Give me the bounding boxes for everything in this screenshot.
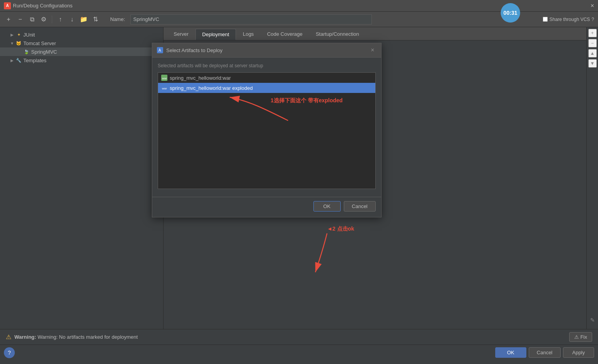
- sidebar-item-label-templates: Templates: [23, 58, 46, 63]
- artifact-item-war[interactable]: war spring_mvc_helloworld:war: [158, 73, 375, 83]
- tab-deployment[interactable]: Deployment: [195, 29, 236, 40]
- sort-button[interactable]: ⇅: [91, 15, 100, 24]
- select-artifacts-dialog: A Select Artifacts to Deploy × Selected …: [152, 43, 382, 217]
- dialog-title-bar: A Select Artifacts to Deploy ×: [152, 43, 381, 58]
- toolbar-divider-1: [52, 16, 52, 23]
- scroll-down-button[interactable]: ▼: [588, 59, 597, 68]
- sidebar-item-label-junit: JUnit: [23, 32, 35, 38]
- artifact-item-war-label: spring_mvc_helloworld:war: [170, 75, 231, 81]
- action-bar: ? OK Cancel Apply: [0, 345, 598, 360]
- name-label: Name:: [110, 16, 125, 22]
- settings-config-button[interactable]: ⚙: [39, 15, 48, 24]
- templates-icon: 🔧: [16, 57, 22, 63]
- sidebar: ▶ ✦ JUnit ▼ 🐱 Tomcat Server 🍃 SpringMVC …: [0, 27, 164, 329]
- warning-icon: ⚠: [6, 333, 11, 341]
- right-add-button[interactable]: +: [588, 29, 597, 37]
- copy-config-button[interactable]: ⧉: [27, 15, 37, 24]
- fix-icon: ⚠: [574, 334, 579, 340]
- apply-button[interactable]: Apply: [563, 347, 594, 358]
- dialog-title: Select Artifacts to Deploy: [166, 47, 366, 53]
- artifact-list: war spring_mvc_helloworld:war war spring…: [158, 72, 376, 189]
- tomcat-icon: 🐱: [16, 40, 22, 46]
- right-panel: + − ▲ ▼ ✎: [586, 27, 598, 329]
- warning-text: Warning: Warning: No artifacts marked fo…: [14, 334, 138, 340]
- help-button[interactable]: ?: [4, 347, 15, 358]
- tab-code-coverage[interactable]: Code Coverage: [261, 29, 309, 40]
- remove-config-button[interactable]: −: [16, 15, 25, 24]
- templates-expand-arrow: ▶: [9, 58, 15, 63]
- window-close-button[interactable]: ×: [591, 2, 594, 9]
- ok-button[interactable]: OK: [495, 347, 526, 358]
- sidebar-item-templates[interactable]: ▶ 🔧 Templates: [0, 56, 163, 65]
- tabs-bar: Server Deployment Logs Code Coverage Sta…: [164, 27, 586, 40]
- sidebar-item-junit[interactable]: ▶ ✦ JUnit: [0, 30, 163, 39]
- svg-text:war: war: [162, 77, 167, 80]
- folder-button[interactable]: 📁: [79, 15, 88, 24]
- dialog-close-button[interactable]: ×: [369, 46, 376, 54]
- tomcat-expand-arrow: ▼: [9, 40, 15, 46]
- timer-badge: 00:31: [501, 3, 520, 23]
- war-artifact-icon: war: [161, 75, 167, 81]
- scroll-up-button[interactable]: ▲: [588, 49, 597, 58]
- name-input[interactable]: [130, 14, 372, 24]
- dialog-cancel-button[interactable]: Cancel: [344, 201, 376, 212]
- war-exploded-artifact-icon: war: [161, 85, 167, 91]
- springmvc-icon: 🍃: [23, 49, 30, 55]
- help-icon: ?: [591, 17, 594, 22]
- springmvc-expand-arrow: [17, 49, 23, 54]
- junit-icon: ✦: [16, 32, 22, 38]
- fix-button[interactable]: ⚠ Fix: [569, 332, 592, 342]
- share-vcs-label: Share through VCS: [549, 17, 590, 22]
- share-vcs-checkbox[interactable]: [543, 17, 548, 22]
- sidebar-item-tomcat[interactable]: ▼ 🐱 Tomcat Server: [0, 39, 163, 47]
- move-up-button[interactable]: ↑: [56, 15, 65, 24]
- warning-bar: ⚠ Warning: Warning: No artifacts marked …: [0, 329, 598, 345]
- add-config-button[interactable]: +: [4, 15, 13, 24]
- share-vcs-option: Share through VCS ?: [543, 17, 594, 22]
- dialog-ok-button[interactable]: OK: [313, 201, 341, 212]
- sidebar-item-springmvc[interactable]: 🍃 SpringMVC: [0, 47, 163, 56]
- sidebar-item-label-tomcat: Tomcat Server: [23, 40, 56, 46]
- dialog-description: Selected artifacts will be deployed at s…: [158, 63, 376, 68]
- artifact-item-war-exploded[interactable]: war spring_mvc_helloworld:war exploded: [158, 83, 375, 93]
- svg-text:war: war: [162, 87, 167, 90]
- app-icon: A: [4, 2, 11, 9]
- tab-startup[interactable]: Startup/Connection: [310, 29, 365, 40]
- tab-logs[interactable]: Logs: [237, 29, 260, 40]
- sidebar-item-label-springmvc: SpringMVC: [31, 49, 57, 55]
- svg-text:A: A: [158, 48, 161, 52]
- junit-expand-arrow: ▶: [9, 32, 15, 37]
- artifact-item-war-exploded-label: spring_mvc_helloworld:war exploded: [170, 85, 253, 91]
- right-remove-button[interactable]: −: [588, 39, 597, 47]
- dialog-buttons: OK Cancel: [152, 197, 381, 217]
- title-bar-text: Run/Debug Configurations: [13, 3, 72, 9]
- tab-server[interactable]: Server: [167, 29, 195, 40]
- move-down-button[interactable]: ↓: [67, 15, 77, 24]
- dialog-icon: A: [157, 47, 163, 53]
- ide-window: A Run/Debug Configurations 00:31 × + − ⧉…: [0, 0, 598, 364]
- dialog-body: Selected artifacts will be deployed at s…: [152, 58, 381, 193]
- cancel-button[interactable]: Cancel: [529, 347, 561, 358]
- title-bar: A Run/Debug Configurations 00:31 ×: [0, 0, 598, 12]
- edit-icon[interactable]: ✎: [588, 316, 597, 324]
